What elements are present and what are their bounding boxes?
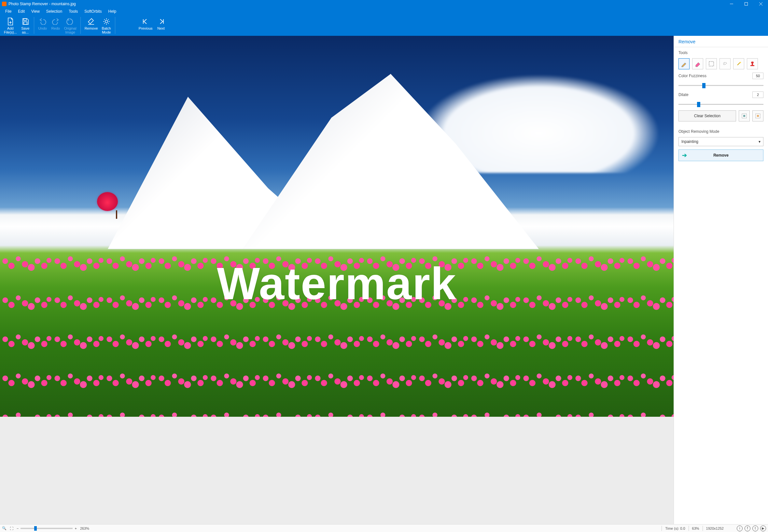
- dilate-label: Dilate: [678, 92, 689, 97]
- mode-combo[interactable]: Inpainting ▾: [678, 137, 763, 146]
- load-selection-icon: [755, 113, 761, 119]
- dimensions: 1920x1252: [706, 526, 724, 530]
- redo-icon: [52, 17, 60, 26]
- maximize-button[interactable]: [739, 0, 753, 8]
- info-icon[interactable]: i: [737, 525, 743, 531]
- status-bar: 🔍 ⛶ − + 263% Time (s): 0.0 63% 1920x1252…: [0, 524, 768, 532]
- save-selection-button[interactable]: [739, 110, 750, 121]
- minimize-button[interactable]: [724, 0, 739, 8]
- svg-rect-14: [750, 65, 754, 66]
- menu-selection[interactable]: Selection: [44, 8, 65, 14]
- menu-help[interactable]: Help: [106, 8, 119, 14]
- save-as-button[interactable]: Save as...: [19, 16, 32, 35]
- redo-button[interactable]: Redo: [49, 16, 62, 35]
- ribbon: Add File(s)... Save as... Undo: [0, 15, 768, 36]
- gear-icon: [103, 17, 110, 26]
- magic-wand-icon: [735, 61, 742, 67]
- side-panel: Remove Tools: [674, 36, 768, 524]
- zoom-right: 63%: [692, 526, 699, 530]
- save-selection-icon: [741, 113, 747, 119]
- menu-view[interactable]: View: [29, 8, 42, 14]
- facebook-icon[interactable]: f: [745, 525, 750, 531]
- tool-eraser[interactable]: [692, 58, 703, 69]
- eraser-icon: [694, 61, 701, 67]
- rect-select-icon: [708, 61, 715, 67]
- svg-rect-12: [709, 62, 714, 66]
- tool-lasso[interactable]: [719, 58, 731, 69]
- chevron-down-icon: ▾: [759, 139, 761, 144]
- time-label: Time (s): 0.0: [665, 526, 685, 530]
- tool-stamp[interactable]: [747, 58, 758, 69]
- watermark-text: Watermark: [0, 257, 674, 310]
- next-button[interactable]: Next: [155, 16, 168, 35]
- original-image-icon: [66, 17, 74, 26]
- load-selection-button[interactable]: [752, 110, 763, 121]
- svg-point-16: [751, 62, 754, 63]
- batch-mode-button[interactable]: Batch Mode: [100, 16, 113, 35]
- color-fuzziness-label: Color Fuzziness: [678, 74, 706, 78]
- menu-edit[interactable]: Edit: [15, 8, 27, 14]
- eraser-icon: [87, 17, 95, 26]
- original-image-button[interactable]: Original Image: [62, 16, 78, 35]
- mode-label: Object Removing Mode: [678, 129, 763, 134]
- tool-magic-wand[interactable]: [733, 58, 744, 69]
- color-fuzziness-slider[interactable]: [678, 82, 763, 88]
- tool-rect-select[interactable]: [706, 58, 717, 69]
- canvas-area[interactable]: Watermark: [0, 36, 674, 524]
- arrow-right-icon: ➔: [682, 152, 687, 159]
- tools-label: Tools: [678, 50, 763, 55]
- zoom-out-button[interactable]: −: [17, 526, 19, 530]
- svg-rect-1: [745, 3, 747, 6]
- titlebar: Photo Stamp Remover - mountains.jpg: [0, 0, 768, 8]
- remove-button[interactable]: ➔ Remove: [678, 149, 763, 161]
- dilate-value[interactable]: 2: [752, 91, 763, 98]
- app-icon: [2, 2, 7, 6]
- zoom-in-icon[interactable]: 🔍: [2, 526, 7, 530]
- lasso-icon: [722, 61, 728, 67]
- menu-softorbits[interactable]: SoftOrbits: [82, 8, 104, 14]
- clear-selection-button[interactable]: Clear Selection: [678, 110, 736, 121]
- dilate-slider[interactable]: [678, 101, 763, 107]
- zoom-in-button[interactable]: +: [75, 526, 77, 530]
- add-file-icon: [7, 17, 14, 26]
- window-title: Photo Stamp Remover - mountains.jpg: [8, 2, 76, 6]
- tool-pencil[interactable]: [678, 58, 690, 69]
- menu-tools[interactable]: Tools: [66, 8, 80, 14]
- color-fuzziness-value[interactable]: 50: [752, 73, 763, 79]
- svg-rect-7: [24, 22, 27, 24]
- svg-rect-6: [24, 19, 26, 21]
- remove-ribbon-button[interactable]: Remove: [83, 16, 100, 35]
- pencil-icon: [681, 61, 687, 67]
- svg-point-9: [105, 20, 108, 23]
- close-button[interactable]: [753, 0, 768, 8]
- image-preview: Watermark: [0, 36, 674, 417]
- menu-file[interactable]: File: [3, 8, 14, 14]
- undo-icon: [39, 17, 47, 26]
- twitter-icon[interactable]: t: [752, 525, 758, 531]
- zoom-percent: 263%: [80, 526, 89, 530]
- undo-button[interactable]: Undo: [36, 16, 49, 35]
- add-files-button[interactable]: Add File(s)...: [2, 16, 19, 35]
- fit-icon[interactable]: ⛶: [10, 526, 13, 530]
- save-icon: [21, 17, 29, 26]
- next-icon: [158, 17, 165, 26]
- youtube-icon[interactable]: ▶: [760, 525, 766, 531]
- previous-icon: [142, 17, 149, 26]
- stamp-icon: [749, 61, 756, 67]
- side-tab-remove[interactable]: Remove: [674, 36, 768, 47]
- menubar: File Edit View Selection Tools SoftOrbit…: [0, 8, 768, 15]
- previous-button[interactable]: Previous: [137, 16, 155, 35]
- zoom-slider[interactable]: [21, 528, 73, 529]
